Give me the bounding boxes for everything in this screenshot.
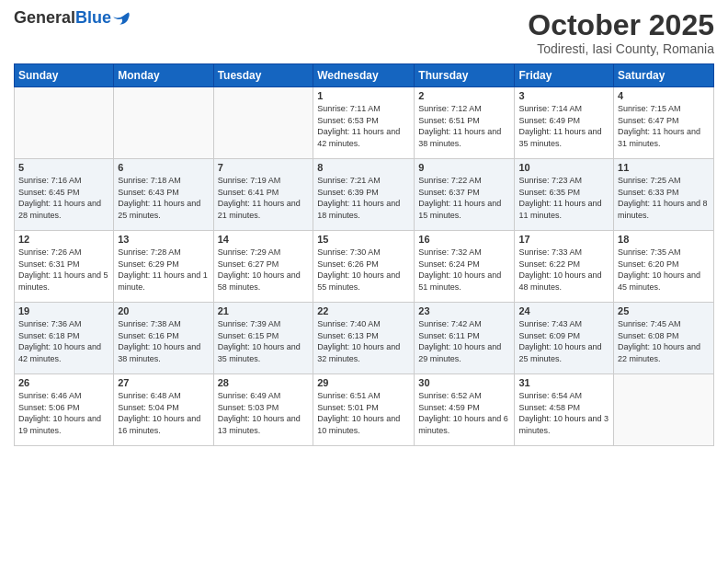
table-row: 25Sunrise: 7:45 AM Sunset: 6:08 PM Dayli… (614, 303, 714, 374)
day-info: Sunrise: 7:40 AM Sunset: 6:13 PM Dayligh… (317, 318, 410, 364)
day-info: Sunrise: 7:45 AM Sunset: 6:08 PM Dayligh… (618, 318, 710, 364)
day-number: 8 (317, 162, 410, 173)
day-info: Sunrise: 7:19 AM Sunset: 6:41 PM Dayligh… (218, 175, 310, 221)
logo: GeneralBlue (14, 9, 130, 28)
table-row: 29Sunrise: 6:51 AM Sunset: 5:01 PM Dayli… (313, 374, 415, 446)
day-number: 13 (118, 234, 209, 245)
table-row: 11Sunrise: 7:25 AM Sunset: 6:33 PM Dayli… (614, 159, 714, 231)
table-row (114, 87, 213, 159)
col-saturday: Saturday (614, 64, 714, 87)
day-info: Sunrise: 7:33 AM Sunset: 6:22 PM Dayligh… (518, 247, 609, 293)
calendar-week-row: 12Sunrise: 7:26 AM Sunset: 6:31 PM Dayli… (15, 231, 714, 303)
day-number: 15 (317, 234, 410, 245)
col-monday: Monday (114, 64, 213, 87)
day-number: 25 (618, 305, 710, 316)
day-number: 24 (518, 305, 609, 316)
table-row: 9Sunrise: 7:22 AM Sunset: 6:37 PM Daylig… (415, 159, 515, 231)
table-row: 4Sunrise: 7:15 AM Sunset: 6:47 PM Daylig… (614, 87, 714, 159)
day-info: Sunrise: 7:30 AM Sunset: 6:26 PM Dayligh… (317, 247, 410, 293)
page: GeneralBlue October 2025 Todiresti, Iasi… (0, 0, 728, 563)
table-row: 20Sunrise: 7:38 AM Sunset: 6:16 PM Dayli… (114, 303, 213, 374)
table-row: 26Sunrise: 6:46 AM Sunset: 5:06 PM Dayli… (15, 374, 114, 446)
calendar: Sunday Monday Tuesday Wednesday Thursday… (14, 63, 714, 446)
col-friday: Friday (515, 64, 614, 87)
day-info: Sunrise: 7:25 AM Sunset: 6:33 PM Dayligh… (618, 175, 710, 221)
day-number: 21 (218, 305, 310, 316)
table-row: 16Sunrise: 7:32 AM Sunset: 6:24 PM Dayli… (415, 231, 515, 303)
title-section: October 2025 Todiresti, Iasi County, Rom… (528, 9, 714, 56)
day-number: 17 (518, 234, 609, 245)
table-row: 3Sunrise: 7:14 AM Sunset: 6:49 PM Daylig… (515, 87, 614, 159)
logo-general-text: General (14, 8, 75, 27)
table-row: 1Sunrise: 7:11 AM Sunset: 6:53 PM Daylig… (313, 87, 415, 159)
day-number: 4 (618, 90, 710, 101)
calendar-week-row: 5Sunrise: 7:16 AM Sunset: 6:45 PM Daylig… (15, 159, 714, 231)
table-row: 14Sunrise: 7:29 AM Sunset: 6:27 PM Dayli… (213, 231, 313, 303)
month-title: October 2025 (528, 9, 714, 41)
table-row (15, 87, 114, 159)
day-info: Sunrise: 7:11 AM Sunset: 6:53 PM Dayligh… (317, 103, 410, 149)
col-sunday: Sunday (15, 64, 114, 87)
day-info: Sunrise: 7:22 AM Sunset: 6:37 PM Dayligh… (418, 175, 510, 221)
calendar-header-row: Sunday Monday Tuesday Wednesday Thursday… (15, 64, 714, 87)
day-number: 23 (418, 305, 510, 316)
day-info: Sunrise: 7:26 AM Sunset: 6:31 PM Dayligh… (18, 247, 109, 293)
day-info: Sunrise: 7:21 AM Sunset: 6:39 PM Dayligh… (317, 175, 410, 221)
calendar-week-row: 26Sunrise: 6:46 AM Sunset: 5:06 PM Dayli… (15, 374, 714, 446)
table-row: 22Sunrise: 7:40 AM Sunset: 6:13 PM Dayli… (313, 303, 415, 374)
day-info: Sunrise: 6:49 AM Sunset: 5:03 PM Dayligh… (218, 390, 310, 436)
day-info: Sunrise: 7:18 AM Sunset: 6:43 PM Dayligh… (118, 175, 209, 221)
day-number: 1 (317, 90, 410, 101)
calendar-week-row: 19Sunrise: 7:36 AM Sunset: 6:18 PM Dayli… (15, 303, 714, 374)
table-row: 23Sunrise: 7:42 AM Sunset: 6:11 PM Dayli… (415, 303, 515, 374)
table-row: 2Sunrise: 7:12 AM Sunset: 6:51 PM Daylig… (415, 87, 515, 159)
logo-blue-text: Blue (75, 8, 111, 27)
col-wednesday: Wednesday (313, 64, 415, 87)
table-row: 30Sunrise: 6:52 AM Sunset: 4:59 PM Dayli… (415, 374, 515, 446)
day-number: 27 (118, 377, 209, 388)
table-row: 21Sunrise: 7:39 AM Sunset: 6:15 PM Dayli… (213, 303, 313, 374)
table-row: 27Sunrise: 6:48 AM Sunset: 5:04 PM Dayli… (114, 374, 213, 446)
day-number: 10 (518, 162, 609, 173)
day-info: Sunrise: 7:42 AM Sunset: 6:11 PM Dayligh… (418, 318, 510, 364)
day-number: 29 (317, 377, 410, 388)
table-row: 15Sunrise: 7:30 AM Sunset: 6:26 PM Dayli… (313, 231, 415, 303)
day-number: 31 (518, 377, 609, 388)
day-number: 28 (218, 377, 310, 388)
table-row: 7Sunrise: 7:19 AM Sunset: 6:41 PM Daylig… (213, 159, 313, 231)
day-info: Sunrise: 7:39 AM Sunset: 6:15 PM Dayligh… (218, 318, 310, 364)
day-info: Sunrise: 6:48 AM Sunset: 5:04 PM Dayligh… (118, 390, 209, 436)
day-number: 12 (18, 234, 109, 245)
day-number: 7 (218, 162, 310, 173)
day-number: 9 (418, 162, 510, 173)
location: Todiresti, Iasi County, Romania (528, 41, 714, 56)
day-info: Sunrise: 6:46 AM Sunset: 5:06 PM Dayligh… (18, 390, 109, 436)
table-row: 19Sunrise: 7:36 AM Sunset: 6:18 PM Dayli… (15, 303, 114, 374)
day-number: 11 (618, 162, 710, 173)
day-info: Sunrise: 6:52 AM Sunset: 4:59 PM Dayligh… (418, 390, 510, 436)
day-number: 2 (418, 90, 510, 101)
table-row: 8Sunrise: 7:21 AM Sunset: 6:39 PM Daylig… (313, 159, 415, 231)
calendar-week-row: 1Sunrise: 7:11 AM Sunset: 6:53 PM Daylig… (15, 87, 714, 159)
table-row: 13Sunrise: 7:28 AM Sunset: 6:29 PM Dayli… (114, 231, 213, 303)
day-info: Sunrise: 7:12 AM Sunset: 6:51 PM Dayligh… (418, 103, 510, 149)
day-number: 26 (18, 377, 109, 388)
day-info: Sunrise: 7:14 AM Sunset: 6:49 PM Dayligh… (518, 103, 609, 149)
day-number: 16 (418, 234, 510, 245)
day-info: Sunrise: 7:36 AM Sunset: 6:18 PM Dayligh… (18, 318, 109, 364)
table-row (213, 87, 313, 159)
day-number: 22 (317, 305, 410, 316)
col-thursday: Thursday (415, 64, 515, 87)
day-info: Sunrise: 7:28 AM Sunset: 6:29 PM Dayligh… (118, 247, 209, 293)
day-number: 3 (518, 90, 609, 101)
table-row: 17Sunrise: 7:33 AM Sunset: 6:22 PM Dayli… (515, 231, 614, 303)
table-row: 12Sunrise: 7:26 AM Sunset: 6:31 PM Dayli… (15, 231, 114, 303)
day-number: 30 (418, 377, 510, 388)
header: GeneralBlue October 2025 Todiresti, Iasi… (14, 9, 714, 56)
col-tuesday: Tuesday (213, 64, 313, 87)
day-info: Sunrise: 7:35 AM Sunset: 6:20 PM Dayligh… (618, 247, 710, 293)
day-number: 19 (18, 305, 109, 316)
table-row: 5Sunrise: 7:16 AM Sunset: 6:45 PM Daylig… (15, 159, 114, 231)
day-info: Sunrise: 7:32 AM Sunset: 6:24 PM Dayligh… (418, 247, 510, 293)
day-info: Sunrise: 7:43 AM Sunset: 6:09 PM Dayligh… (518, 318, 609, 364)
